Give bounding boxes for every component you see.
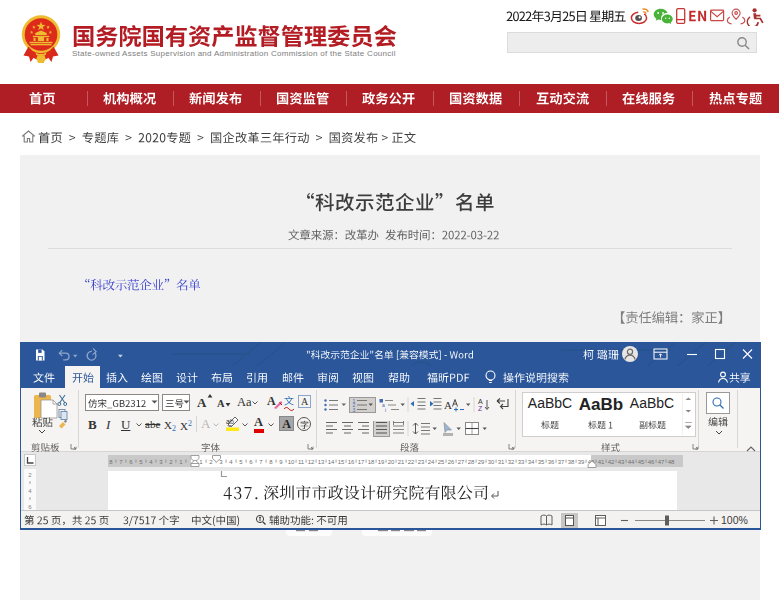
svg-text:5: 5	[139, 459, 143, 465]
svg-text:7: 7	[119, 459, 123, 465]
svg-text:47: 47	[658, 459, 665, 465]
svg-text:2: 2	[28, 472, 32, 478]
svg-text:3: 3	[159, 459, 163, 465]
svg-text:21: 21	[398, 459, 405, 465]
svg-text:3: 3	[353, 407, 356, 413]
svg-text:14: 14	[328, 459, 335, 465]
svg-text:43: 43	[618, 459, 625, 465]
svg-text:23: 23	[418, 459, 425, 465]
svg-text:25: 25	[438, 459, 445, 465]
svg-text:6: 6	[129, 459, 133, 465]
svg-text:17: 17	[358, 459, 365, 465]
svg-text:4: 4	[28, 488, 32, 494]
svg-text:ab: ab	[226, 418, 234, 425]
svg-text:46: 46	[648, 459, 655, 465]
svg-text:39: 39	[578, 459, 585, 465]
svg-text:24: 24	[428, 459, 435, 465]
svg-text:1: 1	[179, 459, 183, 465]
svg-text:32: 32	[508, 459, 515, 465]
svg-text:35: 35	[538, 459, 545, 465]
svg-text:44: 44	[628, 459, 635, 465]
svg-text:26: 26	[448, 459, 455, 465]
svg-text:22: 22	[408, 459, 415, 465]
svg-text:42: 42	[608, 459, 615, 465]
svg-text:31: 31	[498, 459, 505, 465]
svg-text:37: 37	[558, 459, 565, 465]
svg-text:27: 27	[458, 459, 465, 465]
svg-text:29: 29	[478, 459, 485, 465]
svg-text:i: i	[385, 407, 386, 413]
svg-text:6: 6	[249, 459, 253, 465]
svg-text:15: 15	[338, 459, 345, 465]
svg-text:8: 8	[269, 459, 273, 465]
svg-text:11: 11	[298, 459, 305, 465]
svg-text:36: 36	[548, 459, 555, 465]
svg-text:9: 9	[279, 459, 283, 465]
svg-text:19: 19	[378, 459, 385, 465]
svg-text:18: 18	[368, 459, 375, 465]
svg-text:8: 8	[109, 459, 113, 465]
svg-text:2: 2	[169, 459, 173, 465]
svg-text:A: A	[478, 398, 483, 405]
svg-text:20: 20	[388, 459, 395, 465]
svg-text:16: 16	[348, 459, 355, 465]
svg-text:30: 30	[488, 459, 495, 465]
svg-text:38: 38	[568, 459, 575, 465]
svg-text:Z: Z	[478, 405, 483, 412]
svg-text:33: 33	[518, 459, 525, 465]
svg-text:48: 48	[668, 459, 675, 465]
svg-text:45: 45	[638, 459, 645, 465]
svg-text:4: 4	[149, 459, 153, 465]
svg-text:28: 28	[468, 459, 475, 465]
svg-text:34: 34	[528, 459, 535, 465]
svg-text:A: A	[444, 399, 452, 411]
svg-text:13: 13	[318, 459, 325, 465]
svg-text:12: 12	[308, 459, 315, 465]
svg-text:7: 7	[259, 459, 263, 465]
svg-text:10: 10	[288, 459, 295, 465]
